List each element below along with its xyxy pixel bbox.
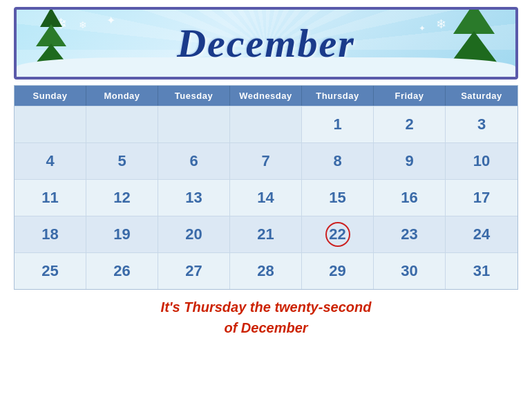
header-thursday: Thursday [302,86,374,106]
calendar-cell-27: 27 [158,253,230,289]
footer-text: It's Thursday the twenty-second of Decem… [0,297,532,338]
calendar-cell-25: 25 [15,253,86,289]
calendar-cell-15: 15 [302,180,374,216]
calendar-cell-29: 29 [302,253,374,289]
calendar-cell-3: 3 [446,106,517,142]
header-monday: Monday [86,86,158,106]
calendar-cell-20: 20 [158,216,230,252]
calendar-cell [15,106,86,142]
footer-line2: of December [0,317,532,338]
header-wednesday: Wednesday [230,86,302,106]
calendar-cell-16: 16 [374,180,446,216]
calendar-cell [86,106,158,142]
banner-title: December [177,20,355,66]
header-friday: Friday [374,86,446,106]
december-banner: ❄ ❄ ✦ ❄ ❄ ✦ December [14,7,518,80]
calendar-row: 1 2 3 [15,106,517,142]
snowflake-icon: ❄ [436,17,446,32]
calendar-cell-24: 24 [446,216,517,252]
calendar-cell-2: 2 [374,106,446,142]
calendar-cell [230,106,302,142]
calendar-cell-28: 28 [230,253,302,289]
snowflake-icon: ❄ [79,19,87,30]
footer-line1: It's Thursday the twenty-second [0,297,532,317]
calendar-cell-30: 30 [374,253,446,289]
calendar-cell-14: 14 [230,180,302,216]
calendar-cell-12: 12 [86,180,158,216]
calendar-body: 1 2 3 4 5 6 7 8 9 10 11 12 13 14 15 16 [15,106,517,289]
snowflake-icon: ✦ [106,14,115,27]
calendar-cell-23: 23 [374,216,446,252]
calendar-cell-13: 13 [158,180,230,216]
calendar-row: 11 12 13 14 15 16 17 [15,179,517,216]
page-wrapper: ❄ ❄ ✦ ❄ ❄ ✦ December Sunday Monday Tuesd… [0,0,532,399]
header-saturday: Saturday [446,86,517,106]
calendar-row: 25 26 27 28 29 30 31 [15,252,517,289]
calendar-cell-26: 26 [86,253,158,289]
snowflake-icon: ✦ [419,24,426,33]
calendar-cell-8: 8 [302,143,374,179]
calendar-row: 18 19 20 21 22 23 24 [15,216,517,252]
calendar-cell [158,106,230,142]
calendar-row: 4 5 6 7 8 9 10 [15,142,517,179]
calendar-cell-18: 18 [15,216,86,252]
calendar-cell-7: 7 [230,143,302,179]
calendar-cell-21: 21 [230,216,302,252]
header-sunday: Sunday [15,86,86,106]
calendar-header: Sunday Monday Tuesday Wednesday Thursday… [15,86,517,106]
calendar-cell-4: 4 [15,143,86,179]
header-tuesday: Tuesday [158,86,230,106]
calendar-cell-17: 17 [446,180,517,216]
highlighted-date-circle: 22 [325,222,350,247]
calendar-cell-6: 6 [158,143,230,179]
calendar-cell-10: 10 [446,143,517,179]
calendar: Sunday Monday Tuesday Wednesday Thursday… [14,85,518,290]
calendar-cell-19: 19 [86,216,158,252]
calendar-cell-1: 1 [302,106,374,142]
calendar-cell-9: 9 [374,143,446,179]
calendar-cell-31: 31 [446,253,517,289]
calendar-cell-11: 11 [15,180,86,216]
calendar-cell-22: 22 [302,216,374,252]
calendar-cell-5: 5 [86,143,158,179]
